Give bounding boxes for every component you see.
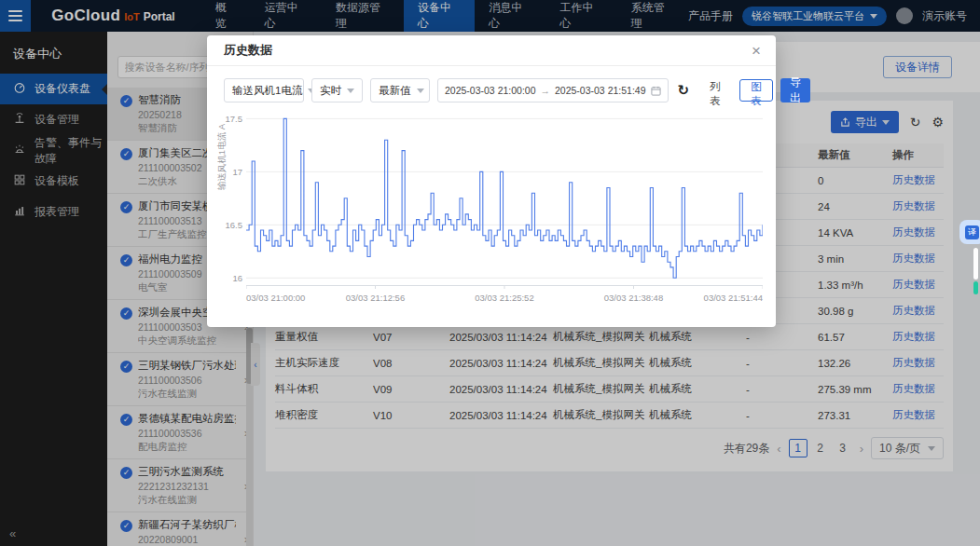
- history-chart: 输送风机1电流 A 17.51716.516 03/03 21:00:0003/…: [224, 106, 763, 306]
- y-tick-label: 17: [224, 167, 242, 177]
- y-tick-label: 17.5: [224, 114, 242, 124]
- translate-icon: 译: [965, 225, 979, 239]
- y-tick-label: 16: [224, 273, 242, 283]
- modal-header: 历史数据 ×: [207, 35, 776, 66]
- mode-select[interactable]: 实时: [311, 78, 363, 102]
- refresh-icon[interactable]: ↻: [678, 82, 690, 99]
- chart-y-axis-title: 输送风机1电流 A: [216, 83, 228, 232]
- modal-toolbar: 输送风机1电流 实时 最新值 2025-03-03 21:00:00 → 202…: [207, 78, 776, 102]
- date-start: 2025-03-03 21:00:00: [445, 85, 536, 96]
- history-data-modal: 历史数据 × 输送风机1电流 实时 最新值 2025-03-03 21:00:0…: [207, 35, 776, 327]
- x-tick-label: 03/03 21:12:56: [346, 293, 405, 303]
- calendar-icon: [651, 86, 661, 96]
- page-scrollbar-thumb[interactable]: [973, 248, 978, 280]
- chart-x-ticks: 03/03 21:00:0003/03 21:12:5603/03 21:25:…: [246, 293, 763, 306]
- property-select[interactable]: 输送风机1电流: [224, 78, 304, 102]
- x-tick-label: 03/03 21:38:48: [604, 293, 663, 303]
- y-tick-label: 16.5: [224, 220, 242, 230]
- date-range-arrow: →: [541, 85, 551, 96]
- translate-extension-button[interactable]: 译: [959, 220, 980, 244]
- screen: GoCloud IoT Portal 概览运营中心数据源管理设备中心消息中心工作…: [0, 0, 980, 546]
- chevron-down-icon: [347, 89, 354, 93]
- value-type-select[interactable]: 最新值: [370, 78, 430, 102]
- page-scrollbar-mark: [973, 281, 978, 294]
- modal-export-button[interactable]: 导出: [780, 78, 810, 102]
- close-icon[interactable]: ×: [752, 43, 761, 59]
- x-tick-label: 03/03 21:25:52: [475, 293, 533, 303]
- date-end: 2025-03-03 21:51:49: [555, 85, 646, 96]
- date-range-picker[interactable]: 2025-03-03 21:00:00 → 2025-03-03 21:51:4…: [437, 78, 669, 102]
- x-tick-label: 03/03 21:51:44: [704, 293, 763, 303]
- chart-plot[interactable]: [246, 106, 763, 289]
- x-tick-label: 03/03 21:00:00: [246, 293, 305, 303]
- view-list-button[interactable]: 列表: [698, 79, 732, 102]
- modal-title: 历史数据: [224, 42, 272, 59]
- chevron-down-icon: [417, 89, 424, 93]
- view-chart-button[interactable]: 图表: [739, 79, 773, 102]
